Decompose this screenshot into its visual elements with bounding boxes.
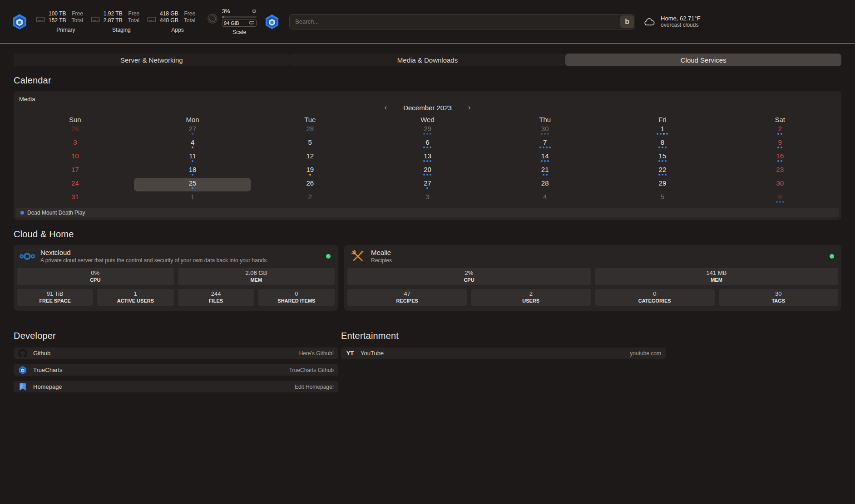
stat-value: 2.06 GB <box>178 269 335 277</box>
calendar-day-1[interactable]: 1 <box>134 191 252 205</box>
calendar-day-24[interactable]: 24 <box>16 178 134 191</box>
event-dot <box>777 133 779 135</box>
calendar-day-25[interactable]: 25 <box>134 178 252 191</box>
calendar-week: 10111213141516 <box>16 151 839 164</box>
calendar-day-1[interactable]: 1 <box>604 123 722 137</box>
bookmark-description: Edit Homepage! <box>295 384 334 390</box>
calendar-day-5[interactable]: 5 <box>251 137 369 151</box>
calendar-day-5[interactable]: 5 <box>604 191 722 205</box>
calendar-prev-button[interactable]: ‹ <box>384 103 387 112</box>
search-provider-button[interactable]: b <box>620 15 634 28</box>
service-title: Nextcloud <box>40 249 268 257</box>
tab-server-networking[interactable]: Server & Networking <box>14 54 290 66</box>
calendar-day-27[interactable]: 27 <box>134 123 252 137</box>
event-dot <box>546 174 548 176</box>
cloud-icon <box>642 16 656 28</box>
service-card-mealie[interactable]: Mealie Recipies 2%CPU141 MBMEM 47RECIPES… <box>344 245 841 311</box>
service-stats-primary: 2%CPU141 MBMEM <box>344 268 841 285</box>
calendar-day-4[interactable]: 4 <box>134 137 252 151</box>
bookmark-github[interactable]: Github Here's Github! <box>14 347 338 359</box>
scale-widget: 3% ⚙ 94 GiB Scale <box>207 8 257 35</box>
calendar-day-9[interactable]: 9 <box>721 137 839 151</box>
event-dot <box>426 147 428 148</box>
calendar-day-29[interactable]: 29 <box>369 123 486 137</box>
scale-widget-label: Scale <box>222 29 257 35</box>
event-dot <box>426 174 428 176</box>
event-dot <box>662 147 663 148</box>
calendar-day-31[interactable]: 31 <box>16 191 134 205</box>
event-dot <box>665 147 667 148</box>
service-status-dot <box>326 254 331 259</box>
stat-label: TAGS <box>719 298 839 304</box>
calendar-week: 24252627282930 <box>16 178 839 191</box>
calendar-day-3[interactable]: 3 <box>16 137 134 151</box>
calendar-day-2[interactable]: 2 <box>251 191 369 205</box>
event-dot <box>430 147 431 148</box>
calendar-day-27[interactable]: 27 <box>369 178 486 191</box>
storage-value: 1.92 TB <box>104 10 123 17</box>
calendar-day-8[interactable]: 8 <box>604 137 722 151</box>
calendar-day-28[interactable]: 28 <box>251 123 369 137</box>
search-input[interactable] <box>289 14 635 29</box>
weather-widget[interactable]: Home, 62.71°F overcast clouds <box>642 15 701 28</box>
service-subtitle: A private cloud server that puts the con… <box>40 257 268 264</box>
hdd-icon <box>90 15 100 24</box>
calendar-next-button[interactable]: › <box>468 103 471 112</box>
calendar-day-22[interactable]: 22 <box>604 164 722 178</box>
cpu-usage-value: 3% <box>222 8 230 15</box>
stat-value: 244 <box>178 290 254 298</box>
calendar-day-6[interactable]: 6 <box>369 137 486 151</box>
bookmark-truecharts[interactable]: TrueCharts TrueCharts Github <box>14 364 338 376</box>
calendar-day-13[interactable]: 13 <box>369 151 486 164</box>
event-dot <box>423 174 425 176</box>
calendar-day-2[interactable]: 2 <box>721 123 839 137</box>
service-card-nextcloud[interactable]: Nextcloud A private cloud server that pu… <box>14 245 338 311</box>
tab-cloud-services[interactable]: Cloud Services <box>565 54 841 66</box>
calendar-day-3[interactable]: 3 <box>369 191 486 205</box>
calendar-day-17[interactable]: 17 <box>16 164 134 178</box>
calendar-day-20[interactable]: 20 <box>369 164 486 178</box>
bookmark-label: Homepage <box>33 383 62 390</box>
calendar-day-14[interactable]: 14 <box>486 151 604 164</box>
bookmark-label: TrueCharts <box>33 367 63 373</box>
stat-recipes: 47RECIPES <box>347 289 467 306</box>
calendar-day-10[interactable]: 10 <box>16 151 134 164</box>
gear-icon[interactable]: ⚙ <box>252 9 257 14</box>
calendar-day-7[interactable]: 7 <box>486 137 604 151</box>
calendar-day-12[interactable]: 12 <box>251 151 369 164</box>
bookmark-youtube[interactable]: YT YouTube youtube.com <box>341 347 666 359</box>
calendar-widget: Media ‹ December 2023 › SunMonTueWedThuF… <box>14 91 841 220</box>
calendar-day-6[interactable]: 6 <box>721 191 839 205</box>
youtube-abbr-icon: YT <box>346 349 355 358</box>
calendar-day-30[interactable]: 30 <box>721 178 839 191</box>
event-dot <box>782 201 784 203</box>
calendar-day-28[interactable]: 28 <box>486 178 604 191</box>
stat-active-users: 1ACTIVE USERS <box>97 289 173 306</box>
bookmark-description: Here's Github! <box>299 350 334 357</box>
storage-widget-primary: 100 TBFree152 TBTotal Primary <box>35 10 83 33</box>
stat-label: MEM <box>595 277 838 283</box>
calendar-day-26[interactable]: 26 <box>16 123 134 137</box>
calendar-day-11[interactable]: 11 <box>134 151 252 164</box>
bookmark-description: youtube.com <box>630 350 661 357</box>
calendar-day-30[interactable]: 30 <box>486 123 604 137</box>
stat-label: CPU <box>347 277 591 283</box>
calendar-day-18[interactable]: 18 <box>134 164 252 178</box>
calendar-day-26[interactable]: 26 <box>251 178 369 191</box>
calendar-day-16[interactable]: 16 <box>721 151 839 164</box>
tab-media-downloads[interactable]: Media & Downloads <box>290 54 566 66</box>
calendar-day-23[interactable]: 23 <box>721 164 839 178</box>
calendar-day-29[interactable]: 29 <box>604 178 722 191</box>
stat-label: CPU <box>17 277 174 283</box>
calendar-day-4[interactable]: 4 <box>486 191 604 205</box>
calendar-day-15[interactable]: 15 <box>604 151 722 164</box>
bookmark-homepage[interactable]: Homepage Edit Homepage! <box>14 381 338 392</box>
mealie-icon <box>350 250 366 263</box>
calendar-day-19[interactable]: 19 <box>251 164 369 178</box>
weather-condition: overcast clouds <box>661 22 701 28</box>
event-dot <box>541 160 543 162</box>
calendar-day-21[interactable]: 21 <box>486 164 604 178</box>
event-dot <box>546 147 548 148</box>
calendar-month-label: December 2023 <box>403 104 452 112</box>
event-dot <box>549 147 551 148</box>
